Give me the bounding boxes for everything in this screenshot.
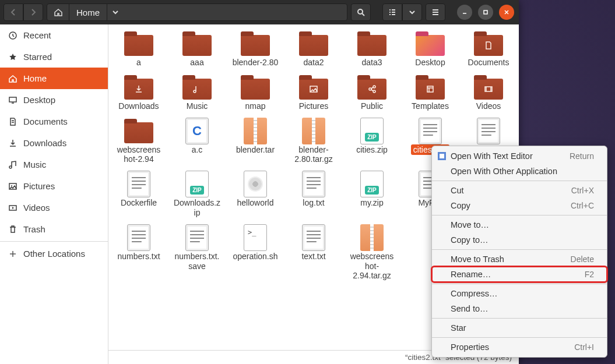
file-item[interactable]: Pictures (284, 73, 343, 114)
sidebar-item-music[interactable]: Music (0, 154, 108, 175)
context-menu-item[interactable]: Rename…F2 (432, 267, 607, 282)
file-item[interactable]: ZIPmy.zip (343, 169, 401, 221)
folder-icon (474, 35, 503, 56)
file-item[interactable]: Public (343, 73, 401, 114)
file-item[interactable]: Desktop (401, 29, 459, 70)
context-menu-item[interactable]: Copy to… (432, 232, 607, 248)
close-button[interactable] (499, 5, 514, 20)
file-label: Templates (409, 101, 451, 112)
sidebar-item-starred[interactable]: Starred (0, 46, 108, 68)
context-menu-label: Copy to… (451, 235, 488, 245)
text-file-icon (302, 171, 325, 197)
sidebar-item-pictures[interactable]: Pictures (0, 175, 108, 197)
minimize-button[interactable] (457, 5, 472, 20)
folder-icon (299, 79, 328, 100)
context-menu: Open With Text EditorReturnOpen With Oth… (431, 146, 607, 358)
sidebar-item-trash[interactable]: Trash (0, 218, 108, 240)
file-item[interactable]: numbers.txt (110, 223, 168, 284)
pathbar[interactable]: Home (47, 3, 347, 21)
file-item[interactable]: blender.tar (226, 116, 284, 168)
back-button[interactable] (3, 3, 23, 21)
context-menu-item[interactable]: Compress… (432, 286, 607, 301)
file-item[interactable]: data3 (343, 29, 401, 70)
sidebar-item-label: Other Locations (23, 249, 85, 259)
sidebar-item-home[interactable]: Home (0, 68, 108, 89)
c-file-icon: C (185, 118, 209, 144)
path-home-icon[interactable] (47, 4, 69, 20)
file-item[interactable]: Documents (459, 29, 518, 70)
file-item[interactable]: numbers.txt.save (168, 223, 226, 284)
file-item[interactable]: Dockerfile (110, 169, 168, 221)
context-menu-item[interactable]: Move to TrashDelete (432, 252, 607, 267)
sidebar-item-documents[interactable]: Documents (0, 111, 108, 132)
context-menu-item[interactable]: Open With Text EditorReturn (432, 149, 607, 164)
file-item[interactable]: Downloads (110, 73, 168, 114)
file-item[interactable]: Ca.c (168, 116, 226, 168)
file-item[interactable]: Music (168, 73, 226, 114)
sidebar-item-desktop[interactable]: Desktop (0, 89, 108, 111)
context-menu-label: Properties (451, 342, 489, 352)
sidebar-other-locations[interactable]: Other Locations (0, 243, 108, 264)
file-label: data2 (301, 57, 326, 68)
file-item[interactable]: webscreenshot-2.94 (110, 116, 168, 168)
context-menu-separator (432, 284, 607, 284)
archive-icon (302, 118, 325, 144)
text-file-icon (419, 118, 442, 144)
file-item[interactable]: ZIPDownloads.zip (168, 169, 226, 221)
file-item[interactable]: log.txt (284, 169, 343, 221)
context-menu-item[interactable]: PropertiesCtrl+I (432, 340, 607, 355)
file-label: cities.zip (354, 144, 390, 156)
titlebar: Home (0, 0, 519, 24)
desktop-icon (8, 96, 17, 105)
sidebar-item-label: Documents (23, 116, 68, 126)
svg-point-8 (369, 88, 371, 90)
file-label: Public (359, 101, 385, 112)
context-menu-item[interactable]: Send to… (432, 301, 607, 316)
forward-button[interactable] (23, 3, 43, 21)
file-item[interactable]: blender-2.80 (226, 29, 284, 70)
file-item[interactable]: Videos (459, 73, 518, 114)
path-segment-home[interactable]: Home (69, 4, 107, 20)
file-item[interactable]: aaa (168, 29, 226, 70)
documents-icon (8, 117, 17, 126)
view-dropdown-button[interactable] (402, 3, 422, 21)
file-item[interactable]: blender-2.80.tar.gz (284, 116, 343, 168)
file-item[interactable]: nmap (226, 73, 284, 114)
context-menu-item[interactable]: Open With Other Application (432, 164, 607, 179)
file-label: aaa (188, 57, 206, 68)
context-menu-item[interactable]: CopyCtrl+C (432, 198, 607, 213)
file-item[interactable]: a (110, 29, 168, 70)
path-label: Home (76, 8, 100, 17)
zip-icon: ZIP (360, 118, 384, 144)
sidebar-item-downloads[interactable]: Downloads (0, 132, 108, 154)
file-item[interactable]: webscreenshot-2.94.tar.gz (343, 223, 401, 284)
file-label: numbers.txt.save (171, 251, 223, 272)
downloads-icon (8, 139, 17, 148)
hamburger-menu-button[interactable] (426, 3, 445, 21)
file-label: Downloads (116, 101, 161, 112)
maximize-button[interactable] (478, 5, 493, 20)
file-label: numbers.txt (115, 251, 162, 262)
sidebar-item-label: Pictures (23, 181, 55, 191)
file-item[interactable]: data2 (284, 29, 343, 70)
search-button[interactable] (351, 3, 371, 21)
context-menu-item[interactable]: CutCtrl+X (432, 183, 607, 198)
recent-icon (8, 31, 17, 40)
sidebar-item-label: Recent (23, 30, 51, 40)
file-label: Documents (466, 57, 512, 68)
path-dropdown[interactable] (107, 4, 123, 20)
sidebar-item-recent[interactable]: Recent (0, 24, 108, 46)
svg-point-5 (11, 185, 12, 186)
sidebar-item-videos[interactable]: Videos (0, 197, 108, 218)
sidebar-item-label: Music (23, 160, 46, 169)
file-item[interactable]: text.txt (284, 223, 343, 284)
context-menu-item[interactable]: Move to… (432, 217, 607, 232)
file-item[interactable]: helloworld (226, 169, 284, 221)
file-item[interactable]: >_operation.sh (226, 223, 284, 284)
sidebar-item-label: Starred (23, 52, 52, 62)
file-item[interactable]: Templates (401, 73, 459, 114)
context-menu-item[interactable]: Star (432, 320, 607, 335)
view-list-button[interactable] (382, 3, 402, 21)
file-item[interactable]: ZIPcities.zip (343, 116, 401, 168)
svg-point-9 (373, 86, 375, 88)
